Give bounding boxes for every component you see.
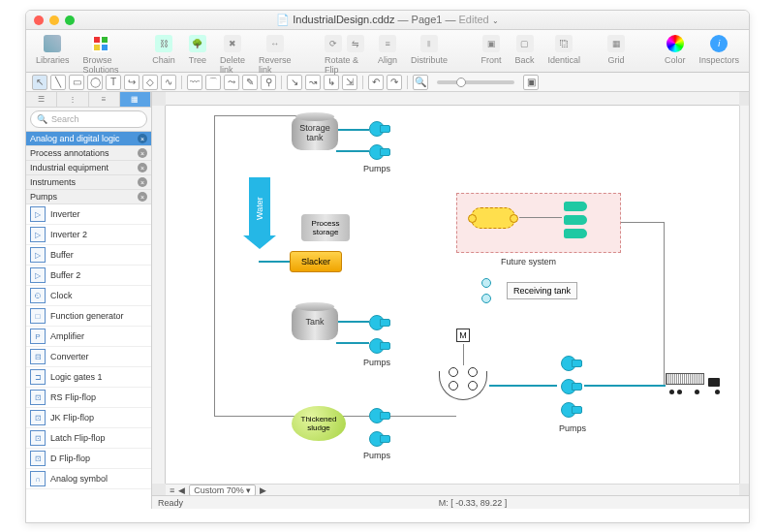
color-button[interactable] xyxy=(666,35,684,52)
shape-item[interactable]: PAmplifier xyxy=(26,327,151,347)
storage-tank-shape[interactable]: Storage tank xyxy=(292,117,338,150)
shape-item[interactable]: ⏲Clock xyxy=(26,286,151,306)
sludge-shape[interactable]: Thickened sludge xyxy=(292,406,346,441)
arrow-straight-tool[interactable]: ↘ xyxy=(287,75,302,90)
shape-tool[interactable]: ◇ xyxy=(142,75,158,90)
grid-button[interactable]: ▦ xyxy=(607,35,625,52)
zoom-fit-button[interactable]: ▣ xyxy=(523,75,539,90)
shape-item[interactable]: ⊡D Flip-flop xyxy=(26,449,151,469)
rotate-button[interactable]: ⟳ xyxy=(325,35,342,52)
text-tool[interactable]: T xyxy=(106,75,121,90)
sidebar-tab-list[interactable]: ≡ xyxy=(89,92,120,107)
arrow-curved-tool[interactable]: ↝ xyxy=(305,75,321,90)
sidebar-tab-outline[interactable]: ⋮ xyxy=(57,92,88,107)
zoom-mode-select[interactable]: Custom 70% ▾ xyxy=(189,485,256,496)
annotation-tool[interactable]: ⚲ xyxy=(261,75,276,90)
category-item[interactable]: Pumps× xyxy=(26,190,151,204)
arrow-orth-tool[interactable]: ↳ xyxy=(324,75,339,90)
future-module-shape[interactable] xyxy=(471,207,515,229)
shape-item[interactable]: ⊟Converter xyxy=(26,347,151,367)
shape-item[interactable]: ▷Inverter xyxy=(26,204,151,225)
category-item[interactable]: Instruments× xyxy=(26,175,151,190)
receiving-tank-shape[interactable]: Receiving tank xyxy=(507,282,577,299)
valve-shape[interactable] xyxy=(481,294,491,303)
future-nozzle-shape[interactable] xyxy=(564,215,587,225)
motor-symbol[interactable]: M xyxy=(456,329,470,342)
shape-item[interactable]: ∩Analog symbol xyxy=(26,469,151,489)
page-nav-icon[interactable]: ≡ xyxy=(170,485,174,495)
zoom-tool[interactable]: 🔍 xyxy=(413,75,428,90)
inspectors-button[interactable]: i xyxy=(710,35,728,52)
category-item[interactable]: Industrial equipment× xyxy=(26,161,151,175)
close-icon[interactable]: × xyxy=(138,177,147,187)
reverse-link-button[interactable]: ↔ xyxy=(266,35,284,52)
page-next-icon[interactable]: ▶ xyxy=(260,485,266,495)
category-item[interactable]: Analog and digital logic× xyxy=(26,132,151,146)
tank-shape[interactable]: Tank xyxy=(292,307,338,340)
freehand-tool[interactable]: ✎ xyxy=(242,75,258,90)
shape-item[interactable]: ▷Inverter 2 xyxy=(26,225,151,245)
vertical-scrollbar[interactable] xyxy=(739,106,749,484)
pump-shape[interactable] xyxy=(369,429,390,447)
close-icon[interactable]: × xyxy=(138,163,147,172)
truck-shape[interactable] xyxy=(666,373,724,394)
identical-button[interactable]: ⿻ xyxy=(555,35,573,52)
sidebar-tab-tree[interactable]: ☰ xyxy=(26,92,57,107)
shape-item[interactable]: ⊡RS Flip-flop xyxy=(26,388,151,408)
pump-shape[interactable] xyxy=(561,377,582,394)
shape-item[interactable]: ⊐Logic gates 1 xyxy=(26,367,151,388)
future-nozzle-shape[interactable] xyxy=(564,202,587,211)
delete-link-button[interactable]: ✖ xyxy=(224,35,241,52)
future-system-group[interactable] xyxy=(456,193,621,253)
vessel-shape[interactable] xyxy=(439,371,487,400)
arrow-routed-tool[interactable]: ⇲ xyxy=(342,75,357,90)
pump-shape[interactable] xyxy=(561,400,582,418)
tree-button[interactable]: 🌳 xyxy=(189,35,206,52)
category-item[interactable]: Process annotations× xyxy=(26,146,151,161)
page-prev-icon[interactable]: ◀ xyxy=(178,485,185,495)
flip-button[interactable]: ⇋ xyxy=(347,35,364,52)
distribute-button[interactable]: ⦀ xyxy=(420,35,438,52)
redo-button[interactable]: ↷ xyxy=(387,75,402,90)
diagram-canvas[interactable]: Storage tank Pumps Water Process storage… xyxy=(166,106,739,484)
process-storage-shape[interactable]: Process storage xyxy=(301,214,350,241)
connector-tool[interactable]: ↪ xyxy=(124,75,140,90)
shape-item[interactable]: ▷Buffer 2 xyxy=(26,266,151,286)
slacker-shape[interactable]: Slacker xyxy=(290,251,342,272)
close-icon[interactable]: × xyxy=(138,148,147,158)
pump-shape[interactable] xyxy=(369,336,390,354)
shape-item[interactable]: □Function generator xyxy=(26,306,151,327)
front-button[interactable]: ▣ xyxy=(482,35,500,52)
pump-shape[interactable] xyxy=(369,142,390,160)
browse-solutions-button[interactable] xyxy=(92,35,109,52)
pump-shape[interactable] xyxy=(369,313,390,330)
ellipse-tool[interactable]: ◯ xyxy=(87,75,103,90)
shape-item[interactable]: ⊡JK Flip-flop xyxy=(26,408,151,428)
search-input[interactable]: 🔍Search xyxy=(30,110,147,128)
valve-shape[interactable] xyxy=(481,278,491,288)
future-nozzle-shape[interactable] xyxy=(564,229,587,238)
shape-item[interactable]: ⊡Latch Flip-flop xyxy=(26,428,151,449)
close-icon[interactable]: × xyxy=(138,134,147,143)
pump-shape[interactable] xyxy=(561,354,582,371)
close-icon[interactable]: × xyxy=(138,192,147,202)
zoom-slider[interactable] xyxy=(437,80,514,84)
back-button[interactable]: ▢ xyxy=(516,35,534,52)
chain-button[interactable]: ⛓ xyxy=(155,35,172,52)
polyline-tool[interactable]: ⤳ xyxy=(224,75,239,90)
undo-button[interactable]: ↶ xyxy=(368,75,384,90)
horizontal-scrollbar[interactable]: ≡ ◀ Custom 70% ▾ ▶ xyxy=(166,484,739,495)
pump-shape[interactable] xyxy=(369,119,390,137)
align-button[interactable]: ≡ xyxy=(379,35,396,52)
line-tool[interactable]: ╲ xyxy=(50,75,66,90)
bezier-tool[interactable]: ∿ xyxy=(161,75,176,90)
spline-tool[interactable]: 〰 xyxy=(187,75,202,90)
rect-tool[interactable]: ▭ xyxy=(69,75,84,90)
libraries-button[interactable] xyxy=(44,35,61,52)
arc-tool[interactable]: ⌒ xyxy=(205,75,221,90)
shape-item[interactable]: ▷Buffer xyxy=(26,245,151,266)
sidebar-tab-grid[interactable]: ▦ xyxy=(120,92,151,107)
water-arrow[interactable]: Water xyxy=(249,177,270,239)
pump-shape[interactable] xyxy=(369,406,390,423)
pointer-tool[interactable]: ↖ xyxy=(32,75,47,90)
